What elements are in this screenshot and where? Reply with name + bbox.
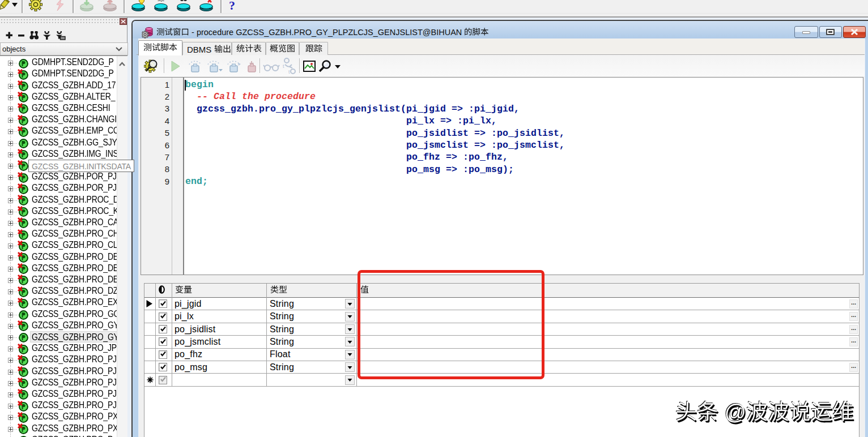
svg-text:t: t	[288, 69, 290, 75]
svg-text:t: t	[283, 63, 284, 69]
svg-text:SQL: SQL	[158, 0, 165, 2]
